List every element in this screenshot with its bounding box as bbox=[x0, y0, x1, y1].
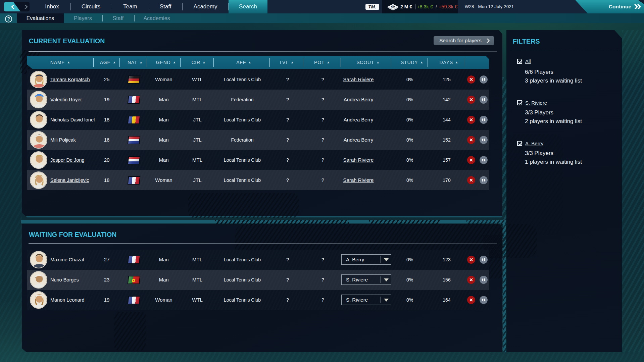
svg-text:$: $ bbox=[392, 6, 394, 8]
